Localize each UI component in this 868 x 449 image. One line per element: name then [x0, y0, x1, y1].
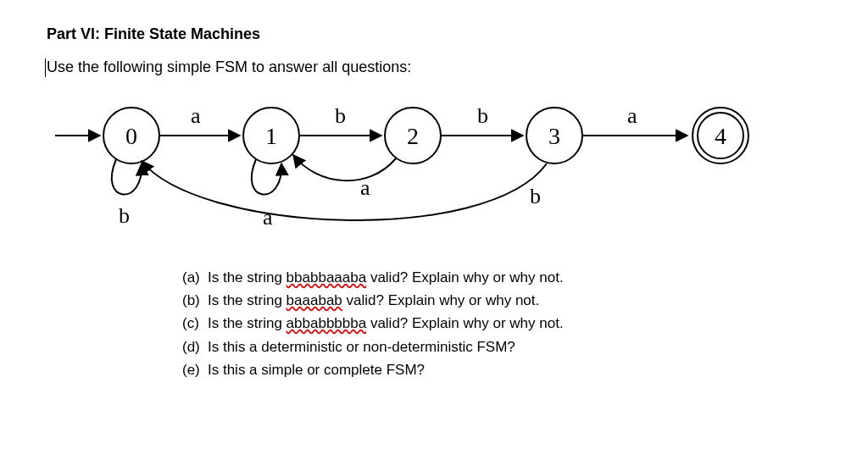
edge-3-0: [142, 161, 547, 220]
edge-2-3-label: b: [477, 103, 488, 128]
edge-2-1-label: a: [360, 175, 370, 200]
loop-0: [112, 159, 142, 195]
section-title: Part VI: Finite State Machines: [47, 25, 821, 43]
question-c-text: Is the string abbabbbbba valid? Explain …: [208, 312, 564, 335]
loop-1: [252, 159, 281, 195]
state-2-label: 2: [407, 123, 419, 149]
question-a-text: Is the string bbabbaaaba valid? Explain …: [208, 266, 564, 289]
prompt-content: Use the following simple FSM to answer a…: [47, 58, 411, 75]
edge-2-1: [293, 155, 396, 180]
loop-0-label: b: [119, 203, 130, 228]
state-1-label: 1: [265, 123, 277, 149]
question-a-word: bbabbaaaba: [287, 269, 367, 285]
question-d: (d) Is this a deterministic or non-deter…: [182, 335, 821, 358]
state-3-label: 3: [548, 123, 560, 149]
fsm-diagram: 0 b a 1 a b 2 a b: [47, 85, 821, 258]
question-b-word: baaabab: [287, 292, 342, 308]
question-d-letter: (d): [182, 335, 208, 358]
edge-3-4-label: a: [627, 103, 637, 128]
question-a-letter: (a): [182, 266, 208, 289]
question-b-text: Is the string baaabab valid? Explain why…: [208, 289, 539, 312]
question-e: (e) Is this a simple or complete FSM?: [182, 358, 821, 381]
state-4-label: 4: [715, 123, 726, 149]
question-d-text: Is this a deterministic or non-determini…: [208, 335, 515, 358]
text-cursor: [45, 58, 46, 77]
question-e-letter: (e): [182, 358, 208, 381]
page: Part VI: Finite State Machines Use the f…: [0, 0, 868, 381]
question-b: (b) Is the string baaabab valid? Explain…: [182, 289, 821, 312]
edge-3-0-label: b: [530, 184, 541, 208]
state-0-label: 0: [125, 123, 137, 149]
question-b-letter: (b): [182, 289, 208, 312]
questions-list: (a) Is the string bbabbaaaba valid? Expl…: [182, 266, 821, 381]
question-e-text: Is this a simple or complete FSM?: [208, 358, 425, 381]
fsm-svg: 0 b a 1 a b 2 a b: [47, 85, 826, 254]
edge-1-2-label: b: [335, 103, 346, 128]
question-c-letter: (c): [182, 312, 208, 335]
edge-0-1-label: a: [191, 103, 201, 128]
prompt-text: Use the following simple FSM to answer a…: [47, 58, 821, 76]
question-a: (a) Is the string bbabbaaaba valid? Expl…: [182, 266, 821, 289]
question-c-word: abbabbbbba: [287, 315, 367, 331]
question-c: (c) Is the string abbabbbbba valid? Expl…: [182, 312, 821, 335]
loop-1-label: a: [263, 205, 273, 230]
